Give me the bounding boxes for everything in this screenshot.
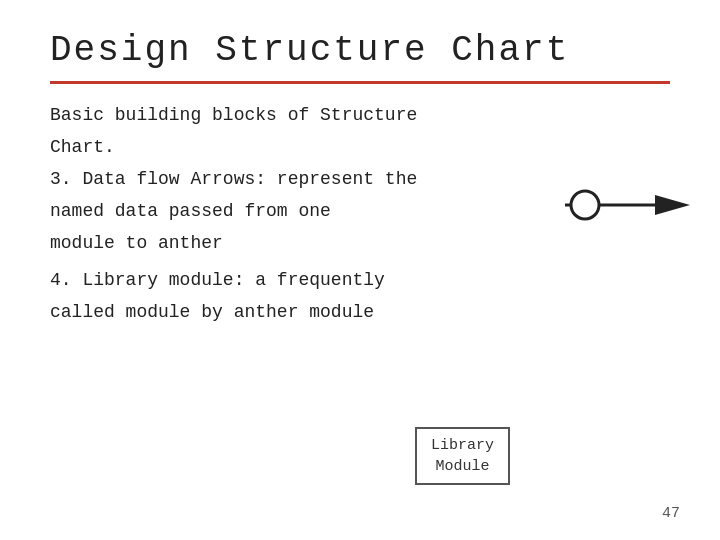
library-box-line1: Library bbox=[431, 437, 494, 454]
slide: Design Structure Chart Basic building bl… bbox=[0, 0, 720, 540]
content-line-2: Chart. bbox=[50, 134, 670, 162]
data-flow-arrow bbox=[560, 175, 690, 240]
content-line-7: called module by anther module bbox=[50, 299, 670, 327]
svg-point-1 bbox=[571, 191, 599, 219]
content-line-1: Basic building blocks of Structure bbox=[50, 102, 670, 130]
slide-title: Design Structure Chart bbox=[50, 30, 670, 71]
page-number: 47 bbox=[662, 505, 680, 522]
library-box-line2: Module bbox=[435, 458, 489, 475]
svg-marker-2 bbox=[655, 195, 690, 215]
library-module-box: Library Module bbox=[415, 427, 510, 485]
content-line-6: 4. Library module: a frequently bbox=[50, 267, 670, 295]
title-divider bbox=[50, 81, 670, 84]
